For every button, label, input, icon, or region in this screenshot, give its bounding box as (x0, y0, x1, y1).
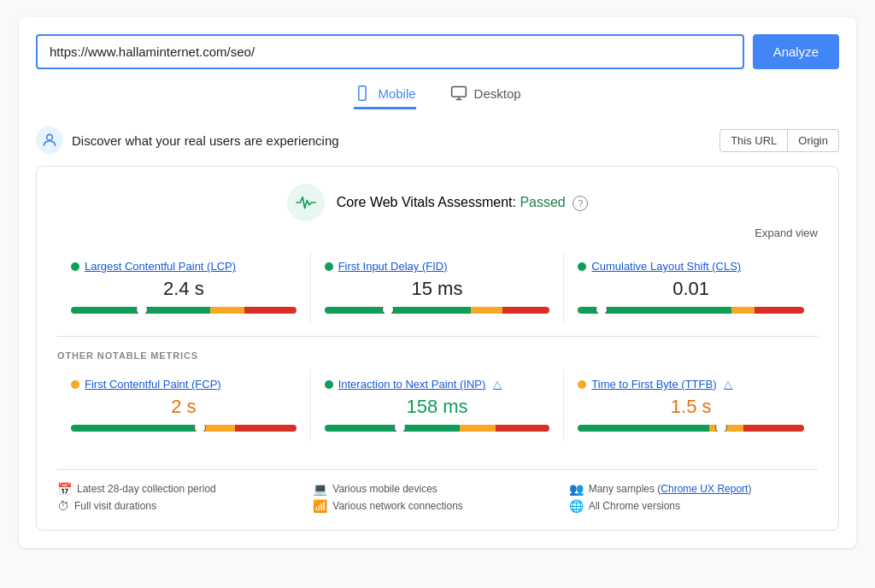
fid-value: 15 ms (325, 278, 550, 300)
fid-marker (382, 307, 394, 314)
lcp-bar-orange (210, 307, 244, 314)
fcp-marker (194, 425, 206, 432)
inp-bar (325, 425, 550, 432)
cwv-icon (287, 184, 325, 221)
svg-rect-2 (451, 87, 466, 97)
metric-fid: First Input Delay (FID) 15 ms (311, 251, 565, 322)
devices-icon: 💻 (313, 482, 327, 496)
fcp-value: 2 s (71, 396, 297, 418)
fid-bar-green (325, 307, 471, 314)
mobile-devices-text: Various mobile devices (332, 483, 438, 495)
inp-label-text: Interaction to Next Paint (INP) (338, 378, 486, 391)
cls-value: 0.01 (578, 278, 804, 300)
cls-label-text: Cumulative Layout Shift (CLS) (591, 260, 741, 273)
inp-bar-green (325, 425, 460, 432)
lcp-label-text: Largest Contentful Paint (LCP) (85, 260, 236, 273)
footer-network: 📶 Various network connections (313, 499, 561, 513)
footer-mobile-devices: 💻 Various mobile devices (313, 482, 561, 496)
fcp-bar-red (235, 425, 296, 432)
main-card: Core Web Vitals Assessment: Passed ? Exp… (36, 166, 839, 531)
fid-bar (325, 307, 550, 314)
metric-fcp-label[interactable]: First Contentful Paint (FCP) (71, 378, 297, 391)
cls-dot (578, 262, 586, 271)
footer-collection-period: 📅 Latest 28-day collection period (57, 482, 306, 496)
core-metrics-grid: Largest Contentful Paint (LCP) 2.4 s Fir… (57, 251, 818, 337)
fcp-label-text: First Contentful Paint (FCP) (85, 378, 221, 391)
lcp-bar-red (244, 307, 297, 314)
tab-desktop[interactable]: Desktop (450, 85, 521, 109)
ttfb-bar (578, 425, 804, 432)
other-metrics-grid: First Contentful Paint (FCP) 2 s Interac… (57, 369, 818, 454)
expand-view-link[interactable]: Expand view (57, 226, 818, 239)
timer-icon: ⏱ (57, 499, 69, 513)
footer-col1: 📅 Latest 28-day collection period ⏱ Full… (57, 482, 306, 513)
metric-lcp: Largest Contentful Paint (LCP) 2.4 s (57, 251, 311, 322)
pulse-icon (36, 126, 63, 154)
cwv-help-icon[interactable]: ? (573, 196, 588, 211)
footer-col2: 💻 Various mobile devices 📶 Various netwo… (313, 482, 561, 513)
footer-info: 📅 Latest 28-day collection period ⏱ Full… (57, 469, 818, 513)
lcp-bar (71, 307, 297, 314)
chrome-icon: 🌐 (569, 499, 584, 513)
metric-cls: Cumulative Layout Shift (CLS) 0.01 (564, 251, 818, 322)
footer-full-visit: ⏱ Full visit durations (57, 499, 306, 513)
lcp-dot (71, 262, 79, 271)
url-input[interactable] (36, 34, 744, 69)
inp-value: 158 ms (325, 396, 550, 418)
fid-dot (325, 262, 333, 271)
url-origin-buttons: This URL Origin (719, 129, 839, 152)
tab-desktop-label: Desktop (474, 86, 521, 101)
network-text: Various network connections (332, 500, 463, 512)
users-pulse-svg (41, 132, 58, 149)
ttfb-bar-green (578, 425, 709, 432)
cwv-passed-label: Passed (520, 195, 565, 209)
cls-bar-orange (731, 307, 754, 314)
mobile-icon (354, 85, 371, 102)
inp-dot (325, 380, 333, 389)
fcp-dot (71, 380, 79, 389)
ttfb-label-text: Time to First Byte (TTFB) (591, 378, 716, 391)
metric-fid-label[interactable]: First Input Delay (FID) (325, 260, 550, 273)
lcp-marker (136, 307, 148, 314)
calendar-icon: 📅 (57, 482, 72, 496)
fcp-bar (71, 425, 297, 432)
origin-button[interactable]: Origin (788, 129, 839, 152)
inp-bar-red (496, 425, 549, 432)
analyze-button[interactable]: Analyze (753, 34, 839, 69)
svg-rect-0 (359, 86, 366, 101)
chrome-ux-link[interactable]: Chrome UX Report (661, 483, 748, 495)
metric-fcp: First Contentful Paint (FCP) 2 s (57, 369, 311, 440)
samples-text: Many samples (Chrome UX Report) (589, 483, 752, 495)
cwv-assessment-text: Core Web Vitals Assessment: (337, 195, 516, 209)
cwv-pulse-svg (295, 193, 317, 212)
wifi-icon: 📶 (313, 499, 327, 513)
device-tabs: Mobile Desktop (36, 85, 839, 109)
this-url-button[interactable]: This URL (719, 129, 788, 152)
main-container: Analyze Mobile Desktop (19, 17, 856, 548)
cls-bar (578, 307, 804, 314)
footer-col3: 👥 Many samples (Chrome UX Report) 🌐 All … (569, 482, 818, 513)
cwv-header: Core Web Vitals Assessment: Passed ? (57, 184, 818, 221)
lcp-value: 2.4 s (71, 278, 297, 300)
full-visit-text: Full visit durations (74, 500, 156, 512)
ttfb-dot (578, 380, 586, 389)
collection-period-text: Latest 28-day collection period (77, 483, 216, 495)
metric-inp: Interaction to Next Paint (INP) △ 158 ms (311, 369, 565, 440)
real-users-header: Discover what your real users are experi… (36, 126, 839, 154)
real-users-title: Discover what your real users are experi… (72, 133, 339, 148)
metric-inp-label[interactable]: Interaction to Next Paint (INP) △ (325, 378, 550, 391)
metric-ttfb: Time to First Byte (TTFB) △ 1.5 s (564, 369, 818, 440)
cwv-assessment-label: Core Web Vitals Assessment: Passed ? (337, 195, 588, 211)
tab-mobile[interactable]: Mobile (354, 85, 415, 109)
metric-cls-label[interactable]: Cumulative Layout Shift (CLS) (578, 260, 804, 273)
inp-marker (394, 425, 406, 432)
ttfb-marker (715, 425, 727, 432)
cls-bar-red (755, 307, 804, 314)
metric-lcp-label[interactable]: Largest Contentful Paint (LCP) (71, 260, 297, 273)
footer-chrome-versions: 🌐 All Chrome versions (569, 499, 818, 513)
ttfb-value: 1.5 s (578, 396, 804, 418)
tab-mobile-label: Mobile (378, 86, 415, 101)
fid-bar-orange (471, 307, 502, 314)
metric-ttfb-label[interactable]: Time to First Byte (TTFB) △ (578, 378, 804, 391)
inp-warning-icon: △ (493, 378, 502, 391)
